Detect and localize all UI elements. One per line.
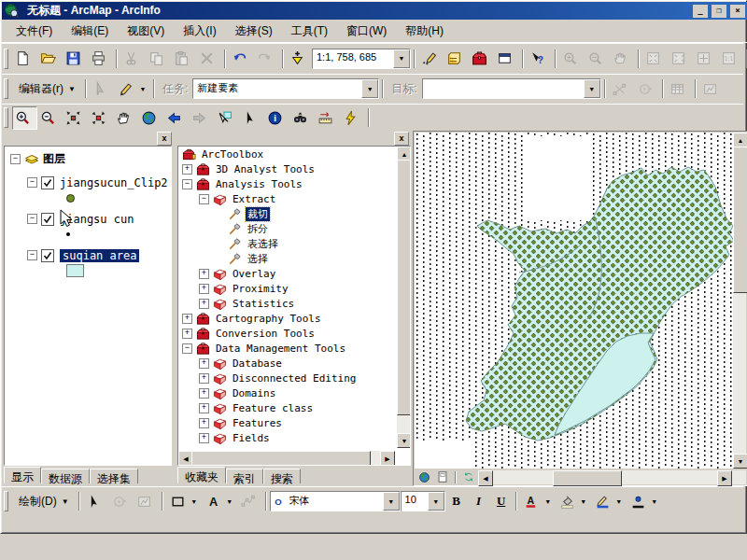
rotate-element-button[interactable] bbox=[108, 490, 134, 513]
task-combo-value[interactable]: 新建要素 bbox=[193, 79, 361, 98]
open-button[interactable] bbox=[37, 47, 63, 70]
toolbox-item-label[interactable]: Database bbox=[231, 357, 284, 370]
toolbox-tree-row[interactable]: + Disconnected Editing bbox=[178, 371, 393, 385]
collapse-icon[interactable]: − bbox=[10, 154, 21, 164]
toolbox-hscrollbar[interactable]: ◀ ▶ bbox=[178, 451, 395, 465]
select-elements-draw-button[interactable] bbox=[83, 490, 108, 513]
toolbox-item-label[interactable]: 拆分 bbox=[246, 222, 270, 236]
expand-icon[interactable]: + bbox=[182, 164, 192, 175]
layer-visibility-checkbox[interactable] bbox=[41, 213, 54, 226]
menu-v[interactable]: 视图(V) bbox=[119, 21, 173, 42]
scroll-left-icon[interactable]: ◀ bbox=[478, 470, 493, 486]
zoom-100-button[interactable] bbox=[668, 47, 693, 70]
map-scale-combo-value[interactable]: 1:1, 758, 685 bbox=[313, 49, 393, 68]
pan-layout-button[interactable] bbox=[610, 47, 635, 70]
save-button[interactable] bbox=[63, 47, 88, 70]
toolbox-root-row[interactable]: ArcToolbox bbox=[178, 147, 393, 161]
collapse-icon[interactable]: − bbox=[182, 343, 192, 354]
select-features-button[interactable] bbox=[214, 106, 239, 130]
new-document-button[interactable] bbox=[12, 47, 37, 70]
menu-t[interactable]: 工具(T) bbox=[283, 21, 336, 42]
split-tool-button[interactable] bbox=[609, 77, 634, 101]
add-data-button[interactable] bbox=[287, 47, 312, 70]
full-page-extent-button[interactable] bbox=[693, 47, 718, 70]
toolbox-item-label[interactable]: Feature class bbox=[231, 402, 315, 414]
toolbox-tree-row[interactable]: 拆分 bbox=[178, 221, 393, 236]
whats-this-help-button[interactable]: ? bbox=[527, 47, 552, 70]
task-combo[interactable]: 新建要素▼ bbox=[192, 78, 379, 99]
expand-icon[interactable]: + bbox=[199, 418, 209, 428]
marker-color-button[interactable]: ▼ bbox=[627, 490, 662, 513]
toolbox-tree-row[interactable]: − Extract bbox=[178, 191, 393, 206]
sketch-tool-pencil-button[interactable]: ▼ bbox=[115, 77, 150, 101]
font-color-button[interactable]: A▼ bbox=[520, 490, 556, 513]
toolbox-item-label[interactable]: Analysis Tools bbox=[214, 178, 304, 190]
zoom-out-layout-button[interactable] bbox=[585, 47, 610, 70]
toolbox-item-label[interactable]: Extract bbox=[231, 193, 277, 205]
toolbar-grip[interactable] bbox=[4, 78, 8, 99]
expand-icon[interactable]: + bbox=[199, 299, 209, 309]
toolbox-tree-row[interactable]: + Feature class bbox=[178, 400, 393, 415]
select-elements-button[interactable] bbox=[239, 106, 264, 130]
toolbox-item-label[interactable]: Cartography Tools bbox=[214, 313, 323, 325]
toc-layer-row[interactable]: − jiangsucun_Clip2 bbox=[5, 175, 171, 190]
target-combo-value[interactable] bbox=[423, 79, 584, 98]
paste-button[interactable] bbox=[171, 47, 196, 70]
map-hscrollbar[interactable]: ◀ ▶ bbox=[478, 470, 746, 484]
toolbox-item-label[interactable]: Disconnected Editing bbox=[231, 372, 358, 385]
layer-symbol[interactable] bbox=[5, 263, 171, 278]
font-size-combo[interactable]: 10▼ bbox=[401, 491, 445, 511]
target-combo[interactable]: ▼ bbox=[422, 78, 601, 99]
toolbox-tree-row[interactable]: + Overlay bbox=[178, 266, 393, 281]
toolbox-item-label[interactable]: Proximity bbox=[231, 283, 290, 295]
map-vscroll-thumb[interactable] bbox=[733, 147, 747, 293]
scroll-down-icon[interactable]: ▼ bbox=[397, 433, 411, 448]
toolbox-tab[interactable]: 索引 bbox=[226, 469, 263, 483]
edit-tool-button[interactable] bbox=[90, 77, 115, 101]
map-canvas[interactable] bbox=[415, 133, 733, 469]
font-combo[interactable]: O宋体▼ bbox=[270, 491, 401, 511]
toolbox-tab[interactable]: 搜索 bbox=[263, 469, 301, 483]
toolbox-close-icon[interactable]: x bbox=[394, 132, 409, 146]
layer-visibility-checkbox[interactable] bbox=[41, 176, 54, 189]
chevron-down-icon[interactable]: ▼ bbox=[393, 49, 410, 68]
print-button[interactable] bbox=[88, 47, 113, 70]
expand-icon[interactable]: + bbox=[199, 284, 209, 294]
attributes-button[interactable] bbox=[667, 77, 692, 101]
chevron-down-icon[interactable]: ▼ bbox=[361, 79, 378, 98]
font-size-combo-value[interactable]: 10 bbox=[402, 492, 428, 511]
zoom-to-selected-button[interactable] bbox=[134, 490, 159, 513]
text-tool-button[interactable]: A▼ bbox=[202, 490, 237, 513]
underline-button[interactable]: U bbox=[490, 491, 513, 511]
toolbox-hscroll-thumb[interactable] bbox=[191, 451, 371, 466]
rotate-tool-button[interactable] bbox=[634, 77, 659, 101]
layout-view-button[interactable] bbox=[433, 469, 452, 485]
menu-h[interactable]: 帮助(H) bbox=[397, 21, 452, 42]
undo-button[interactable] bbox=[229, 47, 254, 70]
fixed-zoom-out-button[interactable] bbox=[88, 106, 113, 130]
toc-tab[interactable]: 显示 bbox=[4, 467, 41, 483]
close-button[interactable]: × bbox=[730, 5, 745, 18]
expand-icon[interactable]: + bbox=[199, 373, 209, 384]
toolbox-vscrollbar[interactable]: ▲ ▼ bbox=[397, 147, 410, 448]
toolbox-tree-row[interactable]: + Fields bbox=[178, 430, 393, 445]
scroll-up-icon[interactable]: ▲ bbox=[733, 133, 747, 147]
menu-i[interactable]: 插入(I) bbox=[175, 21, 224, 42]
sketch-properties-button[interactable] bbox=[699, 77, 725, 101]
draw-menu[interactable]: 绘制(D)▼ bbox=[12, 491, 76, 511]
toolbox-item-label[interactable]: Conversion Tools bbox=[214, 328, 317, 340]
zoom-out-button[interactable] bbox=[37, 106, 63, 130]
layer-symbol[interactable] bbox=[5, 227, 171, 242]
map-hscroll-thumb[interactable] bbox=[553, 470, 622, 486]
map-scale-combo[interactable]: 1:1, 758, 685▼ bbox=[312, 49, 411, 69]
toolbox-item-label[interactable]: Statistics bbox=[231, 298, 296, 310]
toolbox-tree-row[interactable]: + Conversion Tools bbox=[178, 326, 393, 341]
copy-button[interactable] bbox=[146, 47, 171, 70]
toolbox-tree-row[interactable]: 选择 bbox=[178, 251, 393, 266]
toolbox-item-label[interactable]: Data Management Tools bbox=[214, 343, 347, 355]
expand-icon[interactable]: + bbox=[182, 314, 192, 324]
zoom-in-layout-button[interactable] bbox=[559, 47, 585, 70]
toolbox-item-label[interactable]: 3D Analyst Tools bbox=[214, 163, 317, 175]
expand-icon[interactable]: + bbox=[199, 433, 209, 443]
menu-w[interactable]: 窗口(W) bbox=[338, 21, 395, 42]
